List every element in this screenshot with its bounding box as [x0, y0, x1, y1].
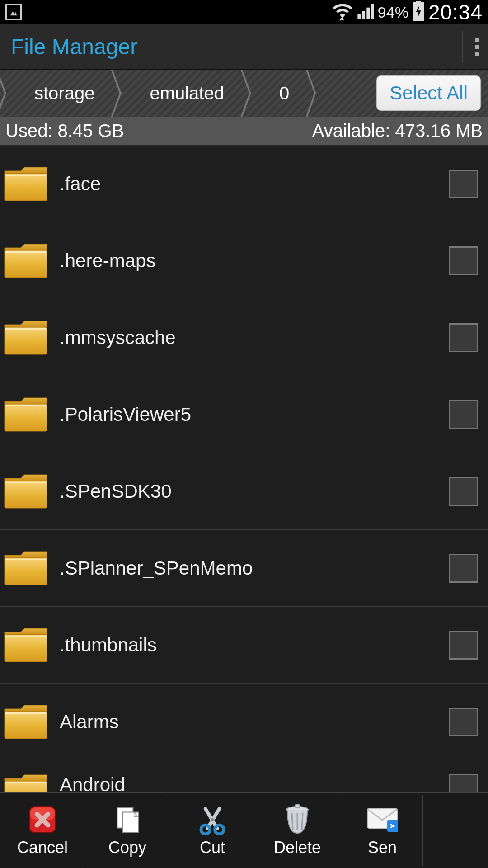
wifi-icon [333, 1, 352, 23]
chevron-right-icon [115, 70, 129, 117]
file-name: Alarms [60, 711, 449, 733]
svg-rect-16 [5, 404, 47, 431]
svg-rect-12 [5, 250, 47, 278]
svg-line-38 [292, 813, 293, 830]
file-name: .SPenSDK30 [60, 481, 449, 502]
folder-icon [4, 243, 49, 278]
list-item[interactable]: .SPenSDK30 [0, 453, 488, 530]
folder-icon [4, 774, 49, 792]
folder-icon [4, 551, 49, 586]
file-name: .face [60, 173, 449, 195]
checkbox[interactable] [449, 477, 478, 506]
send-icon [366, 804, 398, 835]
action-label: Sen [368, 838, 397, 857]
list-item[interactable]: .SPlanner_SPenMemo [0, 530, 488, 607]
breadcrumb-item[interactable]: emulated [129, 70, 245, 117]
checkbox[interactable] [449, 631, 478, 660]
checkbox[interactable] [449, 400, 478, 429]
svg-rect-24 [5, 712, 47, 739]
breadcrumb: storage emulated 0 Select All [0, 70, 488, 117]
checkbox[interactable] [449, 170, 478, 198]
svg-rect-20 [5, 558, 47, 585]
svg-rect-13 [5, 251, 46, 253]
storage-available-label: Available: 473.16 MB [312, 121, 483, 141]
cut-icon [197, 804, 228, 835]
chevron-right-icon [245, 70, 258, 117]
svg-point-33 [201, 825, 210, 834]
action-bar: Cancel Copy Cut Delete Sen [0, 792, 488, 868]
cancel-icon [27, 804, 58, 835]
list-item[interactable]: .thumbnails [0, 607, 488, 684]
app-title: File Manager [11, 34, 137, 59]
svg-rect-15 [5, 328, 46, 330]
svg-point-34 [215, 825, 224, 834]
svg-rect-19 [5, 482, 46, 483]
svg-rect-21 [5, 559, 46, 560]
delete-button[interactable]: Delete [257, 795, 338, 866]
delete-icon [282, 804, 313, 835]
svg-rect-27 [5, 782, 46, 783]
list-item[interactable]: .here-maps [0, 222, 488, 299]
svg-point-35 [211, 818, 214, 821]
breadcrumb-item[interactable]: storage [14, 70, 115, 117]
svg-rect-11 [5, 175, 46, 176]
svg-rect-2 [362, 11, 365, 19]
file-name: .thumbnails [60, 634, 449, 656]
svg-rect-37 [296, 804, 299, 808]
list-item[interactable]: .face [0, 146, 488, 222]
send-button[interactable]: Sen [342, 795, 423, 866]
file-name: .PolarisViewer5 [60, 404, 449, 425]
svg-rect-25 [5, 712, 46, 714]
svg-rect-22 [5, 635, 47, 662]
breadcrumb-item[interactable]: 0 [258, 70, 310, 117]
checkbox[interactable] [449, 554, 478, 583]
svg-rect-18 [5, 481, 47, 508]
folder-icon [4, 627, 49, 663]
storage-used-label: Used: 8.45 GB [5, 121, 124, 141]
cut-button[interactable]: Cut [172, 795, 253, 866]
status-bar: 94% 20:34 [0, 0, 488, 24]
svg-rect-1 [357, 14, 361, 19]
action-label: Copy [108, 838, 146, 857]
file-name: .mmsyscache [60, 327, 449, 349]
signal-icon [356, 2, 374, 22]
list-item[interactable]: .PolarisViewer5 [0, 376, 488, 453]
checkbox[interactable] [449, 246, 478, 275]
folder-icon [4, 320, 49, 355]
checkbox[interactable] [449, 323, 478, 352]
checkbox[interactable] [449, 774, 478, 792]
file-name: .here-maps [60, 250, 449, 272]
list-item[interactable]: Alarms [0, 684, 488, 760]
svg-rect-23 [5, 636, 46, 637]
svg-rect-4 [371, 4, 374, 19]
status-clock: 20:34 [428, 0, 483, 24]
chevron-right-icon [0, 70, 14, 117]
overflow-menu-button[interactable] [462, 31, 479, 63]
list-item[interactable]: Android [0, 760, 488, 792]
folder-icon [4, 704, 49, 740]
checkbox[interactable] [449, 708, 478, 736]
more-vertical-icon [475, 38, 479, 56]
action-label: Delete [274, 838, 321, 857]
chevron-right-icon [310, 70, 324, 117]
file-name: .SPlanner_SPenMemo [60, 557, 449, 579]
battery-percentage: 94% [378, 4, 408, 21]
action-label: Cut [200, 838, 225, 857]
storage-info-bar: Used: 8.45 GB Available: 473.16 MB [0, 117, 488, 146]
battery-charging-icon [412, 1, 425, 23]
svg-rect-10 [5, 174, 47, 201]
list-item[interactable]: .mmsyscache [0, 299, 488, 376]
file-list[interactable]: .face .here-maps [0, 146, 488, 792]
svg-rect-17 [5, 405, 46, 406]
cancel-button[interactable]: Cancel [2, 795, 83, 866]
notification-image-icon [5, 4, 22, 20]
svg-rect-14 [5, 327, 47, 354]
app-bar: File Manager [0, 24, 488, 70]
svg-marker-0 [10, 11, 17, 15]
folder-icon [4, 474, 49, 509]
select-all-button[interactable]: Select All [376, 75, 481, 111]
folder-icon [4, 397, 49, 432]
svg-rect-3 [366, 8, 370, 19]
folder-icon [4, 166, 49, 202]
copy-button[interactable]: Copy [87, 795, 168, 866]
